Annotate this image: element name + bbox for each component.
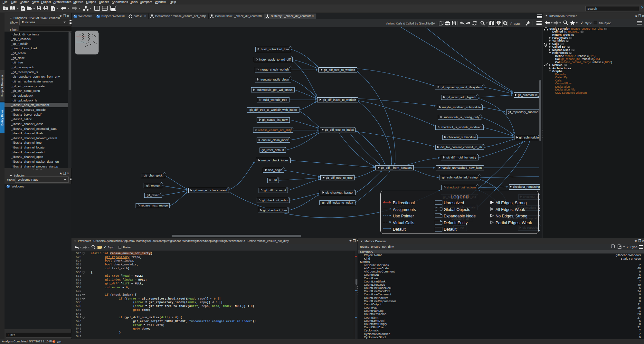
- svg-text:?: ?: [498, 21, 500, 24]
